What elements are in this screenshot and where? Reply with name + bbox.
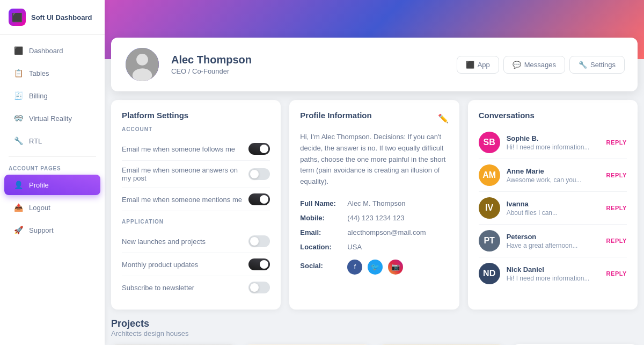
projects-section: Projects Architects design houses <box>105 318 644 345</box>
toggle-launches: New launches and projects <box>122 230 270 253</box>
social-label: Social: <box>300 262 343 270</box>
toggle-mentions: Email me when someone mentions me <box>122 188 270 211</box>
toggle-answers-label: Email me when someone answers on my post <box>122 166 248 182</box>
social-icons: f 🐦 📷 <box>347 260 403 275</box>
profile-info-block: Alec Thompson CEO / Co-Founder <box>171 54 446 75</box>
conversation-sophie: SB Sophie B. Hi! I need more information… <box>479 126 627 159</box>
sidebar-item-tables[interactable]: 📋 Tables <box>4 63 100 83</box>
sidebar-item-label: Tables <box>29 69 49 77</box>
profile-information-card: Profile Information ✏️ Hi, I'm Alec Thom… <box>289 100 459 310</box>
tab-messages[interactable]: 💬 Messages <box>503 56 565 74</box>
conv-msg-ivanna: About files I can... <box>507 209 600 217</box>
toggle-launches-switch[interactable] <box>248 235 270 247</box>
dashboard-icon: ⬛ <box>13 45 24 56</box>
sidebar-logo: ⬛ Soft UI Dashboard <box>0 9 105 35</box>
reply-nick[interactable]: REPLY <box>606 270 627 277</box>
sidebar-item-label: Billing <box>29 92 48 100</box>
toggle-knob <box>250 283 259 292</box>
toggle-updates-switch[interactable] <box>248 258 270 270</box>
conv-msg-nick: Hi! I need more information... <box>507 275 600 282</box>
sidebar-item-label: Support <box>29 226 54 234</box>
profile-info-title: Profile Information <box>300 111 371 120</box>
account-section-label: ACCOUNT <box>122 126 270 132</box>
sidebar-item-logout[interactable]: 📤 Logout <box>4 197 100 218</box>
conv-info-ivanna: Ivanna About files I can... <box>507 200 600 217</box>
sidebar-item-dashboard[interactable]: ⬛ Dashboard <box>4 40 100 61</box>
toggle-knob <box>250 170 259 178</box>
projects-title: Projects <box>111 318 638 329</box>
mobile-label: Mobile: <box>300 214 343 222</box>
toggle-knob <box>260 260 268 269</box>
sidebar-item-rtl[interactable]: 🔧 RTL <box>4 131 100 151</box>
fullname-value: Alec M. Thompson <box>347 199 405 207</box>
conv-info-sophie: Sophie B. Hi! I need more information... <box>507 134 600 151</box>
info-email: Email: alecthompson@mail.com <box>300 225 448 240</box>
toggle-follows-label: Email me when someone follows me <box>122 145 235 153</box>
conv-info-nick: Nick Daniel Hi! I need more information.… <box>507 265 600 282</box>
conv-name-nick: Nick Daniel <box>507 265 600 274</box>
tab-settings[interactable]: 🔧 Settings <box>569 56 625 74</box>
info-fullname: Full Name: Alec M. Thompson <box>300 196 448 211</box>
tab-app-label: App <box>478 61 490 69</box>
sidebar-item-billing[interactable]: 🧾 Billing <box>4 85 100 106</box>
messages-tab-icon: 💬 <box>513 61 521 69</box>
sidebar-item-support[interactable]: 🚀 Support <box>4 220 100 240</box>
edit-icon[interactable]: ✏️ <box>438 113 449 124</box>
avatar-sophie: SB <box>479 132 500 153</box>
tab-messages-label: Messages <box>524 61 556 69</box>
conv-info-anne: Anne Marie Awesome work, can you... <box>507 167 600 184</box>
sidebar-item-label: Logout <box>29 204 50 212</box>
main-content: Alec Thompson CEO / Co-Founder ⬛ App 💬 M… <box>105 0 644 345</box>
account-pages-label: ACCOUNT PAGES <box>0 161 105 174</box>
app-name: Soft UI Dashboard <box>31 13 92 21</box>
tab-app[interactable]: ⬛ App <box>457 56 499 74</box>
toggle-mentions-switch[interactable] <box>248 193 270 205</box>
sidebar-item-profile[interactable]: 👤 Profile <box>4 175 100 195</box>
reply-ivanna[interactable]: REPLY <box>606 205 627 211</box>
sidebar-item-label: RTL <box>29 137 42 145</box>
profile-bio: Hi, I'm Alec Thompson. Decisions: If you… <box>300 132 448 188</box>
avatar-peterson: PT <box>479 230 500 251</box>
reply-peterson[interactable]: REPLY <box>606 238 627 244</box>
platform-settings-card: Platform Settings ACCOUNT Email me when … <box>111 100 281 310</box>
profile-tabs: ⬛ App 💬 Messages 🔧 Settings <box>457 56 625 74</box>
sidebar: ⬛ Soft UI Dashboard ⬛ Dashboard 📋 Tables… <box>0 0 105 345</box>
reply-anne[interactable]: REPLY <box>606 172 627 178</box>
application-section-label: APPLICATION <box>122 219 270 225</box>
toggle-answers-switch[interactable] <box>248 168 270 180</box>
toggle-newsletter: Subscribe to newsletter <box>122 276 270 299</box>
conversation-peterson: PT Peterson Have a great afternoon... RE… <box>479 225 627 257</box>
toggle-updates: Monthly product updates <box>122 253 270 276</box>
conv-name-sophie: Sophie B. <box>507 134 600 142</box>
toggle-newsletter-switch[interactable] <box>248 282 270 293</box>
instagram-icon[interactable]: 📷 <box>388 260 403 275</box>
support-icon: 🚀 <box>13 225 24 235</box>
toggle-updates-label: Monthly product updates <box>122 261 198 269</box>
reply-sophie[interactable]: REPLY <box>606 139 627 146</box>
location-label: Location: <box>300 243 343 251</box>
sidebar-item-label: Virtual Reality <box>29 114 72 123</box>
info-social: Social: f 🐦 📷 <box>300 254 448 278</box>
conv-name-peterson: Peterson <box>507 233 600 241</box>
info-mobile: Mobile: (44) 123 1234 123 <box>300 211 448 225</box>
conv-msg-anne: Awesome work, can you... <box>507 176 600 184</box>
conversation-anne: AM Anne Marie Awesome work, can you... R… <box>479 159 627 192</box>
sidebar-item-virtual-reality[interactable]: 🥽 Virtual Reality <box>4 108 100 128</box>
twitter-icon[interactable]: 🐦 <box>368 260 383 275</box>
svg-point-1 <box>136 54 148 66</box>
conv-name-anne: Anne Marie <box>507 167 600 175</box>
profile-icon: 👤 <box>13 179 24 190</box>
platform-settings-title: Platform Settings <box>122 111 270 120</box>
toggle-newsletter-label: Subscribe to newsletter <box>122 284 194 292</box>
logo-icon: ⬛ <box>9 9 26 26</box>
tab-settings-label: Settings <box>590 61 616 69</box>
location-value: USA <box>347 243 362 251</box>
conversations-title: Conversations <box>479 111 627 120</box>
facebook-icon[interactable]: f <box>347 260 362 275</box>
toggle-launches-label: New launches and projects <box>122 238 206 246</box>
avatar-ivanna: IV <box>479 197 500 219</box>
toggle-knob <box>260 145 268 153</box>
billing-icon: 🧾 <box>13 90 24 101</box>
avatar <box>124 46 160 83</box>
toggle-follows-switch[interactable] <box>248 143 270 155</box>
